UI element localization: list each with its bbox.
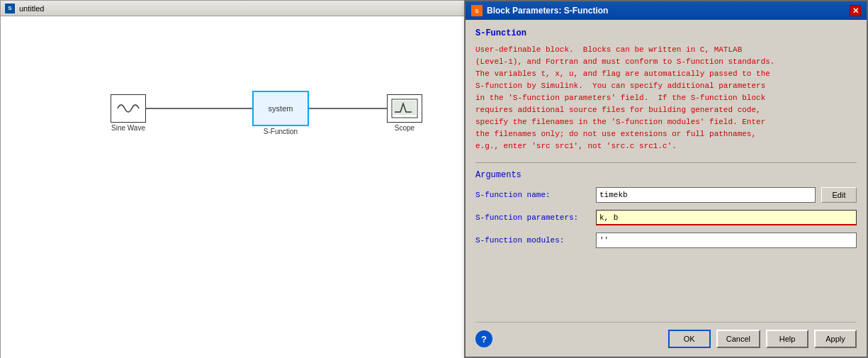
section-title: S-Function	[475, 28, 857, 38]
help-icon-button[interactable]: ?	[475, 330, 492, 347]
sfunction-name-row: S-function name: Edit	[475, 187, 857, 203]
simulink-icon: S	[5, 4, 15, 13]
description-text: User-definable block. Blocks can be writ…	[475, 44, 857, 152]
scope-body	[387, 94, 422, 123]
scope-icon	[390, 98, 419, 119]
dialog-title-left: S Block Parameters: S-Function	[471, 5, 608, 16]
dialog-titlebar: S Block Parameters: S-Function ✕	[466, 1, 867, 20]
cancel-button[interactable]: Cancel	[716, 330, 760, 348]
sfunction-params-row: S-function parameters:	[475, 210, 857, 225]
arguments-title: Arguments	[475, 170, 857, 180]
s-function-block[interactable]: system S-Function	[252, 91, 309, 135]
scope-block[interactable]: Scope	[387, 94, 422, 132]
s-function-body: system	[252, 91, 309, 126]
help-button[interactable]: Help	[766, 330, 808, 348]
s-function-label: S-Function	[264, 128, 298, 135]
dialog-content: S-Function User-definable block. Blocks …	[466, 20, 867, 358]
edit-button[interactable]: Edit	[821, 187, 857, 203]
connections-svg	[1, 16, 467, 358]
sfunction-name-input[interactable]	[596, 187, 816, 203]
sine-wave-body	[111, 94, 146, 123]
sine-wave-icon	[114, 98, 142, 119]
sfunction-modules-label: S-function modules:	[475, 236, 596, 245]
dialog-icon: S	[471, 5, 483, 16]
sfunction-modules-row: S-function modules:	[475, 233, 857, 248]
sfunction-modules-input[interactable]	[596, 233, 857, 248]
sfunction-params-label: S-function parameters:	[475, 213, 596, 222]
sfunction-params-input[interactable]	[596, 210, 857, 225]
s-function-inner-label: system	[269, 104, 293, 113]
button-row: ? OK Cancel Help Apply	[475, 322, 857, 351]
canvas-area: Sine Wave system S-Function Scope	[1, 16, 467, 358]
sine-wave-block[interactable]: Sine Wave	[111, 94, 146, 132]
sfunction-name-label: S-function name:	[475, 191, 596, 199]
sine-wave-label: Sine Wave	[111, 124, 145, 132]
dialog-title: Block Parameters: S-Function	[487, 6, 608, 16]
scope-label: Scope	[395, 124, 415, 132]
ok-button[interactable]: OK	[668, 330, 711, 348]
arguments-section: Arguments S-function name: Edit S-functi…	[475, 162, 857, 255]
simulink-titlebar: S untitled	[1, 1, 467, 16]
close-button[interactable]: ✕	[850, 5, 861, 16]
block-parameters-dialog: S Block Parameters: S-Function ✕ S-Funct…	[464, 0, 868, 358]
apply-button[interactable]: Apply	[814, 330, 857, 348]
simulink-window: S untitled Sine Wave system S	[0, 0, 468, 358]
simulink-title: untitled	[19, 4, 44, 13]
